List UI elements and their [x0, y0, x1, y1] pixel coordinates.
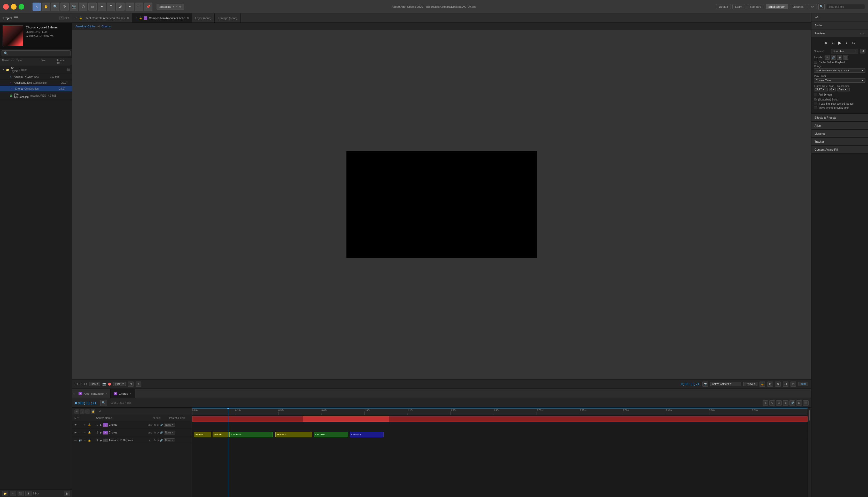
layer-2-fx[interactable]: fx — [154, 431, 156, 434]
timeline-right-scrollbar[interactable] — [808, 408, 811, 497]
puppet-tool[interactable]: 📌 — [144, 3, 153, 11]
include-extras-button[interactable]: ⊞ — [837, 55, 842, 60]
preview-section-header[interactable]: Preview ▲ ✕ — [811, 29, 868, 37]
timeline-tool-7[interactable]: ⬛ — [803, 400, 809, 406]
snapshot-button[interactable]: 📷 — [702, 382, 708, 387]
sync-views-button[interactable]: ⊞ — [767, 382, 773, 387]
track-clip-layer1-highlight[interactable] — [303, 416, 389, 422]
audio-section-header[interactable]: Audio — [811, 22, 868, 29]
layer-3-parent-select[interactable]: None ▼ — [164, 438, 175, 442]
offset-value[interactable]: +0.0 — [798, 382, 808, 386]
preview-collapse-icon[interactable]: ▲ ✕ — [859, 32, 865, 35]
close-x-comp[interactable]: ✕ — [136, 16, 138, 19]
new-solid-button[interactable]: ⬛ — [17, 491, 24, 496]
search-timeline-button[interactable]: 🔍 — [100, 400, 107, 406]
layer-1-audio[interactable]: — — [78, 423, 82, 427]
file-item-americancliche[interactable]: ▪ AmericanCliche Composition 29.97 — [0, 80, 72, 86]
layer-row-3[interactable]: — 🔊 ○ 🔒 3 ▶ ♫ America...D DK).wav ⊡ fx — [72, 437, 192, 444]
layer-2-parent-select[interactable]: None ▼ — [164, 431, 175, 435]
clone-tool[interactable]: ✦ — [126, 3, 134, 11]
panel-expand-button[interactable]: >>> — [65, 16, 70, 20]
workspace-standard[interactable]: Standard — [747, 4, 764, 9]
step-forward-button[interactable]: ⏵ — [844, 40, 849, 45]
fullscreen-checkbox[interactable] — [814, 93, 817, 96]
file-item-jon-tys[interactable]: 🖼 jon-tys...lash.jpg ImporterJPEG 4.3 MB — [0, 92, 72, 100]
delete-button[interactable]: 🗑 — [64, 491, 70, 496]
interpret-footage-button[interactable]: ≡ — [59, 16, 63, 20]
selection-tool[interactable]: ↖ — [32, 3, 41, 11]
timeline-tool-1[interactable]: ⇅ — [763, 400, 768, 406]
zoom-select[interactable]: 50% ▼ — [89, 382, 100, 386]
view-select[interactable]: 1 View ▼ — [743, 382, 757, 386]
close-button[interactable] — [3, 4, 9, 10]
maximize-button[interactable] — [18, 4, 24, 10]
workspace-libraries[interactable]: Libraries — [790, 4, 806, 9]
workspace-small-screen[interactable]: Small Screen — [766, 4, 788, 9]
layer-3-lock[interactable]: 🔒 — [87, 439, 91, 442]
include-color-button[interactable]: ⬛ — [843, 55, 848, 60]
search-help-icon[interactable]: 🔍 — [819, 4, 825, 10]
project-search-input[interactable] — [2, 51, 71, 56]
tab-footage-none[interactable]: Footage (none) — [215, 13, 241, 23]
workspace-learn[interactable]: Learn — [732, 4, 745, 9]
cache-before-playback-checkbox[interactable] — [814, 61, 817, 64]
zoom-tool[interactable]: 🔍 — [51, 3, 59, 11]
layer-2-motion-blur[interactable]: ⊙ — [157, 431, 159, 434]
layer-2-audio[interactable]: — — [78, 431, 82, 435]
timeline-tool-3[interactable]: ⬡ — [776, 400, 782, 406]
shortcut-reset-button[interactable]: ↺ — [860, 49, 865, 54]
timeline-tool-5[interactable]: 🔗 — [789, 400, 795, 406]
brush-tool[interactable]: 🖌 — [116, 3, 125, 11]
skip-to-start-button[interactable]: ⏮ — [823, 40, 828, 45]
3d-view-button[interactable]: ⬡ — [84, 382, 87, 386]
layer-1-eye[interactable]: 👁 — [73, 423, 77, 427]
toggle-pixel-aspect-button[interactable]: ⊡ — [128, 382, 133, 387]
type-tool[interactable]: T — [107, 3, 115, 11]
breadcrumb-americancliche[interactable]: AmericanCliche — [75, 25, 95, 28]
new-folder-button[interactable]: 📁 — [2, 491, 8, 496]
layer-2-eye[interactable]: 👁 — [73, 431, 77, 435]
tab-layer-none[interactable]: Layer (none) — [192, 13, 215, 23]
play-from-select[interactable]: Current Time ▼ — [814, 78, 865, 83]
rotate-tool[interactable]: ↻ — [60, 3, 69, 11]
search-help-input[interactable]: Search Help — [826, 4, 865, 9]
audio-ctrl[interactable]: ♫ — [80, 409, 84, 414]
if-caching-checkbox[interactable] — [814, 102, 817, 105]
layer-row-2[interactable]: 👁 — ○ 🔒 2 ▶ ▪ Chorus ⊡ ⊡ fx — [72, 429, 192, 437]
layer-1-fx[interactable]: fx — [154, 424, 156, 426]
layer-2-parent-link[interactable]: 🔗 — [160, 431, 163, 434]
color-picker-button[interactable]: ⬤ — [108, 382, 111, 386]
tab-composition[interactable]: ✕ 🔒 ▪ Composition AmericanCliche ✕ — [132, 13, 192, 23]
pen-tool[interactable]: ✒ — [98, 3, 106, 11]
track-clip-verse3[interactable]: VERSE 3 — [275, 432, 312, 437]
align-section-header[interactable]: Align — [811, 122, 868, 129]
transparency-grid-button[interactable]: ⊡ — [791, 382, 796, 387]
layer-3-motion-blur[interactable]: ⊙ — [157, 439, 159, 442]
close-icon-effect[interactable]: ✕ — [127, 16, 129, 19]
layer-2-solo[interactable]: ○ — [83, 431, 87, 435]
draft-quality-button[interactable]: ⬡ — [783, 382, 788, 387]
frame-rate-select[interactable]: 29.97 ▼ — [814, 88, 828, 91]
include-audio-button[interactable]: 🔊 — [831, 55, 836, 60]
close-chorus-tab[interactable]: ✕ — [130, 392, 132, 395]
ac-layers-options[interactable]: ⬛ — [67, 69, 70, 71]
play-pause-button[interactable]: ▶ — [838, 40, 842, 46]
close-americancliche-tab[interactable]: ✕ — [105, 392, 107, 395]
breadcrumb-chorus[interactable]: Chorus — [101, 25, 111, 28]
range-select[interactable]: Work Area Extended By Current ... ▼ — [814, 69, 865, 73]
skip-to-end-button[interactable]: ⏭ — [852, 40, 856, 45]
more-workspaces-button[interactable]: >> — [808, 4, 817, 9]
layer-2-expand[interactable]: ▶ — [100, 431, 102, 434]
interpret-footage-bottom-button[interactable]: ℹ — [25, 491, 31, 496]
layer-3-audio[interactable]: 🔊 — [78, 439, 82, 442]
effects-presets-header[interactable]: Effects & Presets — [811, 114, 868, 122]
shortcut-select[interactable]: Spacebar ▼ — [831, 49, 858, 54]
resolution-playback-select[interactable]: Auto ▼ — [837, 88, 850, 91]
layer-3-expand[interactable]: ▶ — [100, 439, 102, 442]
new-composition-button[interactable]: ▪ — [10, 491, 16, 496]
region-of-interest-button[interactable]: ⊡ — [75, 382, 78, 386]
timeline-tool-2[interactable]: ↻ — [769, 400, 775, 406]
layer-row-1[interactable]: 👁 — ○ 🔒 1 ▶ ▪ Chorus ⊡ ⊡ fx — [72, 421, 192, 429]
camera-icon-btn[interactable]: 📷 — [102, 382, 106, 386]
solo-ctrl[interactable]: ○ — [85, 409, 90, 414]
